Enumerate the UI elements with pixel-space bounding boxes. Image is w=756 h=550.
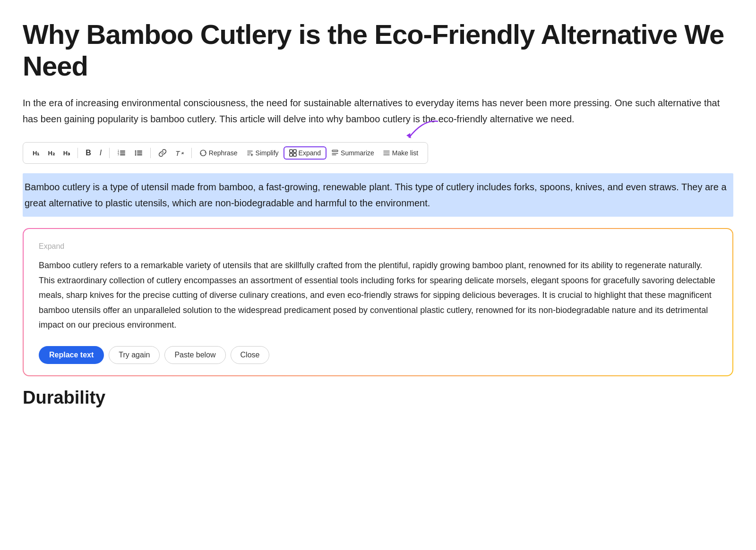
bold-button[interactable]: B — [82, 146, 95, 160]
paste-below-button[interactable]: Paste below — [164, 346, 225, 364]
svg-rect-24 — [332, 150, 338, 152]
close-button[interactable]: Close — [231, 346, 270, 364]
arrow-annotation — [400, 118, 442, 144]
divider-3 — [150, 148, 151, 158]
intro-paragraph: In the era of increasing environmental c… — [23, 95, 733, 127]
svg-point-12 — [135, 154, 137, 156]
summarize-button[interactable]: Summarize — [327, 147, 378, 159]
divider-1 — [77, 148, 78, 158]
svg-rect-22 — [290, 153, 292, 156]
divider-4 — [191, 148, 192, 158]
svg-point-11 — [135, 152, 137, 154]
simplify-icon — [246, 149, 254, 157]
expand-result-box: Expand Bamboo cutlery refers to a remark… — [23, 228, 733, 376]
link-icon — [158, 149, 167, 157]
clear-format-button[interactable]: Tx — [172, 147, 188, 160]
toolbar-wrapper: H₁ H₂ H₃ B I 1 2 3 — [23, 142, 428, 164]
summarize-icon — [331, 149, 339, 157]
action-buttons: Replace text Try again Paste below Close — [39, 346, 717, 364]
durability-heading: Durability — [23, 388, 733, 408]
editor-toolbar: H₁ H₂ H₃ B I 1 2 3 — [23, 142, 428, 164]
expand-button[interactable]: Expand — [284, 146, 326, 160]
make-list-icon — [383, 149, 390, 157]
ordered-list-button[interactable]: 1 2 3 — [113, 146, 129, 160]
h2-button[interactable]: H₂ — [44, 147, 58, 159]
unordered-list-icon — [134, 149, 143, 157]
expand-label: Expand — [39, 242, 717, 251]
svg-rect-20 — [290, 150, 292, 152]
expand-icon — [289, 149, 297, 157]
replace-text-button[interactable]: Replace text — [39, 346, 104, 364]
h1-button[interactable]: H₁ — [29, 147, 43, 159]
italic-button[interactable]: I — [96, 146, 105, 160]
svg-rect-21 — [293, 150, 296, 152]
simplify-button[interactable]: Simplify — [242, 147, 283, 159]
svg-point-10 — [135, 151, 137, 152]
selected-paragraph: Bamboo cutlery is a type of utensil made… — [23, 173, 733, 217]
divider-2 — [109, 148, 110, 158]
make-list-button[interactable]: Make list — [379, 147, 422, 159]
expand-content: Bamboo cutlery refers to a remarkable va… — [39, 258, 717, 333]
rephrase-icon — [199, 149, 207, 157]
svg-rect-23 — [293, 153, 296, 156]
ordered-list-icon: 1 2 3 — [117, 149, 126, 157]
svg-text:3: 3 — [118, 153, 119, 156]
rephrase-button[interactable]: Rephrase — [196, 147, 241, 159]
link-button[interactable] — [155, 146, 171, 160]
h3-button[interactable]: H₃ — [60, 147, 74, 159]
page-title: Why Bamboo Cutlery is the Eco-Friendly A… — [23, 19, 733, 82]
try-again-button[interactable]: Try again — [109, 346, 160, 364]
unordered-list-button[interactable] — [130, 146, 146, 160]
